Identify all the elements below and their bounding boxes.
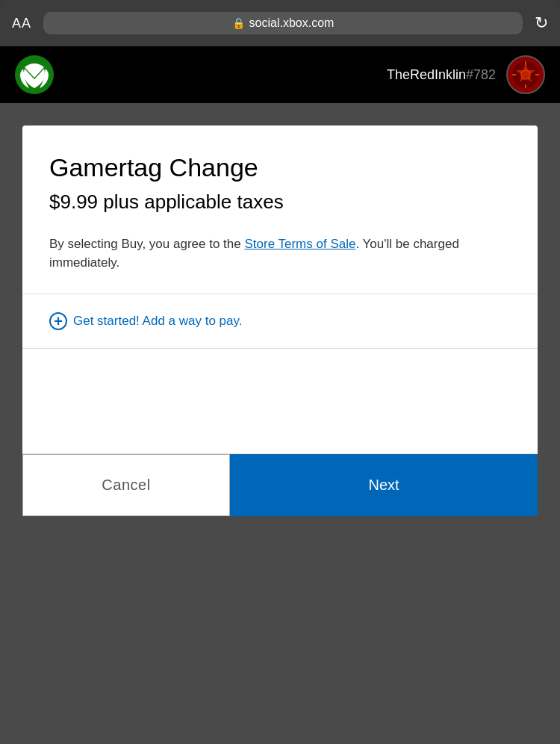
lock-icon: 🔒 [232,17,245,29]
empty-space [22,349,538,453]
header-user-info: TheRedInklin#782 [387,55,545,94]
add-payment-label: Get started! Add a way to pay. [73,314,242,329]
add-payment-link[interactable]: + Get started! Add a way to pay. [22,294,538,349]
avatar[interactable] [506,55,545,94]
font-size-control[interactable]: AA [12,16,31,31]
dialog-terms: By selecting Buy, you agree to the Store… [49,235,511,273]
dialog-price: $9.99 plus applicable taxes [49,190,511,214]
dialog-footer: Cancel Next [22,453,538,516]
url-bar[interactable]: 🔒 social.xbox.com [43,12,523,34]
next-button[interactable]: Next [230,454,538,516]
xbox-logo[interactable] [15,55,54,94]
dialog-title: Gamertag Change [49,152,511,183]
cancel-button[interactable]: Cancel [22,454,230,516]
main-content: Gamertag Change $9.99 plus applicable ta… [0,103,560,744]
url-text: social.xbox.com [249,16,335,30]
store-terms-link[interactable]: Store Terms of Sale [244,237,355,251]
dialog-card: Gamertag Change $9.99 plus applicable ta… [22,125,538,516]
gamertag-display: TheRedInklin#782 [387,67,496,83]
refresh-icon[interactable]: ↻ [535,13,548,33]
browser-chrome: AA 🔒 social.xbox.com ↻ [0,0,560,46]
dialog-body: Gamertag Change $9.99 plus applicable ta… [22,125,538,294]
add-payment-icon: + [49,312,67,330]
xbox-header: TheRedInklin#782 [0,46,560,103]
